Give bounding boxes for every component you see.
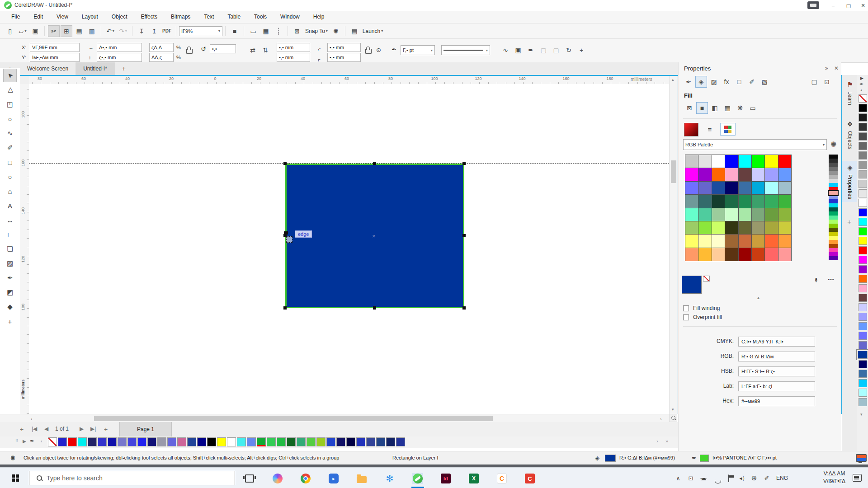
color-swatch[interactable] (859, 332, 867, 340)
color-swatch[interactable] (829, 224, 838, 228)
new-document-button[interactable]: ▯ (4, 25, 16, 37)
fountain-fill-button[interactable]: ◧ (709, 102, 721, 114)
color-swatch[interactable] (829, 187, 838, 191)
scale-h-field[interactable]: ςΛ,Λ (149, 43, 174, 52)
color-swatch[interactable] (712, 221, 725, 234)
palette-scroll-right-icon[interactable]: › (656, 438, 658, 444)
dimension-tool[interactable]: ↔ (3, 213, 17, 227)
color-swatch[interactable] (712, 208, 725, 221)
y-position-field[interactable]: Iм•,•Λм mm (30, 53, 80, 62)
fullscreen-preview-button[interactable]: ■ (229, 25, 241, 37)
color-swatch[interactable] (859, 313, 867, 321)
palette-options-gear-icon[interactable]: ✺ (830, 140, 836, 149)
object-height-field[interactable]: ς•,• mm (97, 53, 142, 62)
tab-learn[interactable]: ⚑ Learn (842, 80, 858, 105)
color-swatch[interactable] (698, 182, 711, 194)
color-swatch[interactable] (685, 221, 698, 234)
docker-close-icon[interactable]: ✕ (834, 65, 839, 71)
color-swatch[interactable] (725, 208, 738, 221)
color-swatch[interactable] (752, 195, 764, 207)
color-swatch[interactable] (859, 180, 867, 188)
color-swatch[interactable] (829, 195, 838, 199)
color-swatch[interactable] (859, 161, 867, 169)
show-guidelines-button[interactable]: ┊ (273, 25, 284, 37)
color-swatch[interactable] (859, 142, 867, 150)
selection-handle[interactable] (283, 306, 287, 310)
color-swatch[interactable] (177, 437, 186, 446)
color-swatch[interactable] (386, 437, 395, 446)
palette-flyout-icon[interactable]: ▶ (23, 439, 26, 444)
tab-document[interactable]: Untitled-I* (76, 62, 115, 75)
color-swatch[interactable] (859, 294, 867, 302)
palette-scroll-left-icon[interactable]: ‹ (41, 438, 42, 444)
pattern-fill-button[interactable]: ▦ (722, 102, 733, 114)
snap-to-dropdown[interactable]: Snap To ▾ (303, 25, 330, 37)
color-swatch[interactable] (859, 360, 867, 368)
ink-pen-icon[interactable]: ✐ (760, 475, 773, 482)
zoom-level-combo[interactable]: IΓ9% ▾ (179, 26, 222, 36)
color-swatch[interactable] (685, 248, 698, 261)
color-swatch[interactable] (187, 437, 196, 446)
launch-dropdown[interactable]: Launch ▾ (361, 25, 385, 37)
add-page-button[interactable]: + (20, 426, 24, 433)
color-swatch[interactable] (829, 179, 838, 183)
menu-help[interactable]: Help (307, 11, 331, 23)
scroll-left-icon[interactable]: ‹ (31, 416, 33, 422)
color-swatch[interactable] (739, 168, 751, 181)
color-swatch[interactable] (227, 437, 236, 446)
lock-corners-button[interactable] (365, 49, 372, 54)
color-swatch[interactable] (287, 437, 296, 446)
vertical-scrollbar-thumb[interactable] (671, 160, 676, 183)
coreldraw-app-icon[interactable] (412, 473, 423, 484)
drawing-canvas[interactable]: × edge (29, 84, 669, 414)
status-gear-icon[interactable]: ✺ (10, 454, 16, 462)
color-swatch[interactable] (98, 437, 107, 446)
task-view-button[interactable] (244, 473, 255, 484)
pinwheel-app-icon[interactable]: ✻ (384, 473, 395, 484)
color-swatch[interactable] (859, 151, 867, 160)
color-swatch[interactable] (859, 256, 867, 264)
color-swatch[interactable] (725, 221, 738, 234)
scale-v-field[interactable]: ΛΔ,ς (149, 53, 174, 62)
hex-value-field[interactable]: #••мм99 (738, 396, 815, 406)
current-fill-swatch[interactable] (682, 276, 702, 294)
color-swatch[interactable] (366, 437, 375, 446)
color-swatch[interactable] (859, 379, 867, 387)
color-swatch[interactable] (765, 195, 778, 207)
postscript-fill-button[interactable]: ▭ (747, 102, 759, 114)
prev-page-button[interactable]: ◀ (44, 426, 48, 432)
color-swatch[interactable] (725, 168, 738, 181)
color-swatch[interactable] (68, 437, 77, 446)
palette-drag-handle[interactable]: ⠿ (15, 439, 19, 443)
corner-radius-bl-field[interactable]: •,• mm (277, 53, 310, 62)
color-swatch[interactable] (257, 437, 266, 446)
color-swatch[interactable] (859, 189, 867, 197)
more-options-icon[interactable]: ⋯ (828, 276, 834, 283)
color-swatch[interactable] (829, 240, 838, 244)
ellipse-tool[interactable]: ○ (3, 170, 17, 183)
color-swatch[interactable] (712, 235, 725, 247)
paste-button[interactable]: ▤ (73, 25, 85, 37)
corner-radius-tl-field[interactable]: •,• mm (277, 43, 310, 52)
palette-flyout-icon[interactable]: ▶ (860, 76, 863, 80)
color-swatch[interactable] (859, 398, 867, 406)
menu-edit[interactable]: Edit (27, 11, 50, 23)
color-swatch[interactable] (859, 218, 867, 226)
color-swatch[interactable] (356, 437, 365, 446)
hsb-value-field[interactable]: H:ΓΓ• S:I•• B:ς• (738, 366, 815, 376)
options-button[interactable]: ✺ (330, 25, 342, 37)
green-app-icon[interactable]: X (468, 473, 479, 484)
freehand-tool[interactable]: ∿ (3, 127, 17, 140)
close-button[interactable]: ✕ (856, 0, 868, 11)
status-outline-swatch[interactable] (700, 455, 709, 462)
collapse-section-icon[interactable]: ▲ (756, 296, 760, 300)
color-swatch[interactable] (739, 248, 751, 261)
color-swatch[interactable] (712, 248, 725, 261)
overprint-fill-checkbox[interactable] (683, 314, 689, 320)
color-swatch[interactable] (739, 235, 751, 247)
fill-color-swatch-button[interactable] (684, 123, 698, 136)
lock-ratio-button[interactable] (186, 49, 193, 54)
next-page-button[interactable]: ▶ (80, 426, 84, 432)
menu-text[interactable]: Text (197, 11, 221, 23)
image-properties-tab[interactable]: ▧ (759, 76, 770, 88)
